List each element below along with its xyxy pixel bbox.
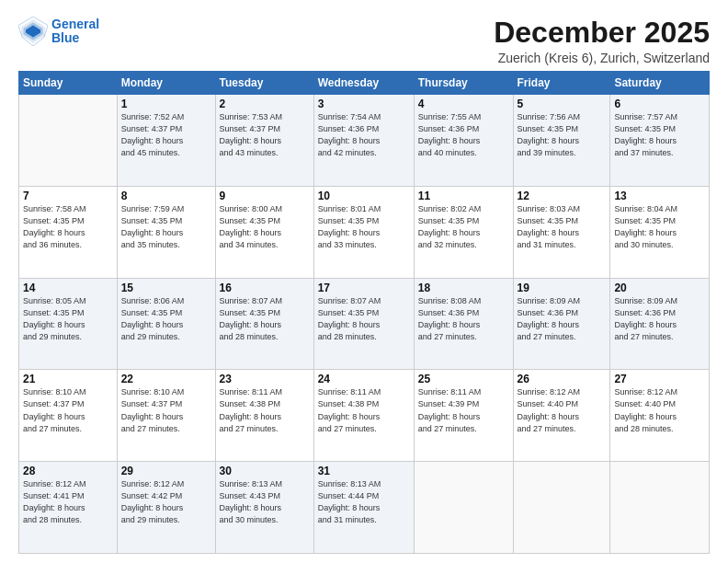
calendar-cell: 30Sunrise: 8:13 AMSunset: 4:43 PMDayligh…	[215, 462, 313, 554]
day-number: 13	[614, 190, 705, 202]
day-info: Sunrise: 8:04 AMSunset: 4:35 PMDaylight:…	[614, 203, 705, 251]
day-info: Sunrise: 7:52 AMSunset: 4:37 PMDaylight:…	[121, 111, 211, 159]
calendar-cell: 14Sunrise: 8:05 AMSunset: 4:35 PMDayligh…	[19, 278, 118, 370]
calendar-cell: 31Sunrise: 8:13 AMSunset: 4:44 PMDayligh…	[313, 462, 414, 554]
day-info: Sunrise: 8:11 AMSunset: 4:39 PMDaylight:…	[418, 386, 509, 434]
calendar-header-sunday: Sunday	[19, 72, 118, 95]
day-info: Sunrise: 8:12 AMSunset: 4:40 PMDaylight:…	[518, 386, 607, 434]
day-info: Sunrise: 8:08 AMSunset: 4:36 PMDaylight:…	[418, 295, 509, 343]
calendar-cell: 24Sunrise: 8:11 AMSunset: 4:38 PMDayligh…	[313, 370, 414, 462]
calendar-week-row: 7Sunrise: 7:58 AMSunset: 4:35 PMDaylight…	[19, 186, 710, 278]
day-number: 15	[121, 282, 211, 294]
calendar-cell	[610, 462, 710, 554]
day-number: 19	[518, 282, 607, 294]
day-number: 1	[121, 98, 211, 110]
day-info: Sunrise: 7:59 AMSunset: 4:35 PMDaylight:…	[121, 203, 211, 251]
subtitle: Zuerich (Kreis 6), Zurich, Switzerland	[494, 51, 710, 65]
day-info: Sunrise: 8:09 AMSunset: 4:36 PMDaylight:…	[518, 295, 607, 343]
logo-text: General Blue	[51, 17, 99, 46]
day-info: Sunrise: 8:01 AMSunset: 4:35 PMDaylight:…	[318, 203, 410, 251]
day-info: Sunrise: 8:12 AMSunset: 4:40 PMDaylight:…	[614, 386, 705, 434]
calendar-cell: 1Sunrise: 7:52 AMSunset: 4:37 PMDaylight…	[117, 95, 215, 187]
calendar-cell: 17Sunrise: 8:07 AMSunset: 4:35 PMDayligh…	[313, 278, 414, 370]
day-number: 27	[614, 373, 705, 385]
calendar-cell: 12Sunrise: 8:03 AMSunset: 4:35 PMDayligh…	[513, 186, 610, 278]
day-number: 3	[318, 98, 410, 110]
day-number: 17	[318, 282, 410, 294]
calendar-week-row: 1Sunrise: 7:52 AMSunset: 4:37 PMDaylight…	[19, 95, 710, 187]
calendar-cell: 16Sunrise: 8:07 AMSunset: 4:35 PMDayligh…	[215, 278, 313, 370]
calendar-cell: 4Sunrise: 7:55 AMSunset: 4:36 PMDaylight…	[414, 95, 513, 187]
day-number: 20	[614, 282, 705, 294]
day-info: Sunrise: 8:13 AMSunset: 4:44 PMDaylight:…	[318, 478, 410, 526]
calendar-cell: 23Sunrise: 8:11 AMSunset: 4:38 PMDayligh…	[215, 370, 313, 462]
day-number: 4	[418, 98, 509, 110]
logo-icon	[18, 17, 48, 46]
day-number: 30	[220, 465, 310, 477]
calendar-cell: 29Sunrise: 8:12 AMSunset: 4:42 PMDayligh…	[117, 462, 215, 554]
day-number: 6	[614, 98, 705, 110]
calendar-cell: 22Sunrise: 8:10 AMSunset: 4:37 PMDayligh…	[117, 370, 215, 462]
day-number: 2	[220, 98, 310, 110]
calendar-cell: 7Sunrise: 7:58 AMSunset: 4:35 PMDaylight…	[19, 186, 118, 278]
day-number: 10	[318, 190, 410, 202]
calendar-cell	[513, 462, 610, 554]
day-info: Sunrise: 8:02 AMSunset: 4:35 PMDaylight:…	[418, 203, 509, 251]
calendar-cell: 3Sunrise: 7:54 AMSunset: 4:36 PMDaylight…	[313, 95, 414, 187]
day-number: 9	[220, 190, 310, 202]
day-number: 11	[418, 190, 509, 202]
day-number: 22	[121, 373, 211, 385]
calendar-cell: 8Sunrise: 7:59 AMSunset: 4:35 PMDaylight…	[117, 186, 215, 278]
day-info: Sunrise: 8:11 AMSunset: 4:38 PMDaylight:…	[318, 386, 410, 434]
calendar-cell: 18Sunrise: 8:08 AMSunset: 4:36 PMDayligh…	[414, 278, 513, 370]
page: General Blue December 2025 Zuerich (Krei…	[0, 0, 728, 563]
calendar-cell: 19Sunrise: 8:09 AMSunset: 4:36 PMDayligh…	[513, 278, 610, 370]
day-info: Sunrise: 8:07 AMSunset: 4:35 PMDaylight:…	[318, 295, 410, 343]
day-info: Sunrise: 8:05 AMSunset: 4:35 PMDaylight:…	[23, 295, 113, 343]
day-number: 24	[318, 373, 410, 385]
day-number: 5	[518, 98, 607, 110]
day-info: Sunrise: 8:10 AMSunset: 4:37 PMDaylight:…	[23, 386, 113, 434]
calendar-table: SundayMondayTuesdayWednesdayThursdayFrid…	[18, 71, 710, 554]
calendar-header-row: SundayMondayTuesdayWednesdayThursdayFrid…	[19, 72, 710, 95]
day-info: Sunrise: 8:09 AMSunset: 4:36 PMDaylight:…	[614, 295, 705, 343]
day-info: Sunrise: 7:56 AMSunset: 4:35 PMDaylight:…	[518, 111, 607, 159]
day-info: Sunrise: 8:07 AMSunset: 4:35 PMDaylight:…	[220, 295, 310, 343]
calendar-week-row: 14Sunrise: 8:05 AMSunset: 4:35 PMDayligh…	[19, 278, 710, 370]
calendar-cell: 21Sunrise: 8:10 AMSunset: 4:37 PMDayligh…	[19, 370, 118, 462]
title-block: December 2025 Zuerich (Kreis 6), Zurich,…	[494, 17, 710, 65]
day-number: 14	[23, 282, 113, 294]
day-number: 18	[418, 282, 509, 294]
day-number: 7	[23, 190, 113, 202]
day-number: 23	[220, 373, 310, 385]
day-info: Sunrise: 8:06 AMSunset: 4:35 PMDaylight:…	[121, 295, 211, 343]
day-info: Sunrise: 8:10 AMSunset: 4:37 PMDaylight:…	[121, 386, 211, 434]
calendar-cell: 5Sunrise: 7:56 AMSunset: 4:35 PMDaylight…	[513, 95, 610, 187]
calendar-cell: 11Sunrise: 8:02 AMSunset: 4:35 PMDayligh…	[414, 186, 513, 278]
calendar-cell: 13Sunrise: 8:04 AMSunset: 4:35 PMDayligh…	[610, 186, 710, 278]
calendar-cell: 27Sunrise: 8:12 AMSunset: 4:40 PMDayligh…	[610, 370, 710, 462]
day-info: Sunrise: 7:54 AMSunset: 4:36 PMDaylight:…	[318, 111, 410, 159]
calendar-cell: 2Sunrise: 7:53 AMSunset: 4:37 PMDaylight…	[215, 95, 313, 187]
day-info: Sunrise: 7:53 AMSunset: 4:37 PMDaylight:…	[220, 111, 310, 159]
calendar-header-friday: Friday	[513, 72, 610, 95]
day-number: 29	[121, 465, 211, 477]
calendar-cell	[19, 95, 118, 187]
calendar-header-thursday: Thursday	[414, 72, 513, 95]
calendar-cell	[414, 462, 513, 554]
logo: General Blue	[18, 17, 99, 46]
calendar-cell: 25Sunrise: 8:11 AMSunset: 4:39 PMDayligh…	[414, 370, 513, 462]
day-number: 21	[23, 373, 113, 385]
main-title: December 2025	[494, 17, 710, 49]
calendar-header-monday: Monday	[117, 72, 215, 95]
calendar-cell: 28Sunrise: 8:12 AMSunset: 4:41 PMDayligh…	[19, 462, 118, 554]
calendar-week-row: 21Sunrise: 8:10 AMSunset: 4:37 PMDayligh…	[19, 370, 710, 462]
calendar-cell: 9Sunrise: 8:00 AMSunset: 4:35 PMDaylight…	[215, 186, 313, 278]
calendar-cell: 6Sunrise: 7:57 AMSunset: 4:35 PMDaylight…	[610, 95, 710, 187]
day-number: 26	[518, 373, 607, 385]
calendar-cell: 20Sunrise: 8:09 AMSunset: 4:36 PMDayligh…	[610, 278, 710, 370]
calendar-header-saturday: Saturday	[610, 72, 710, 95]
day-number: 8	[121, 190, 211, 202]
day-info: Sunrise: 8:13 AMSunset: 4:43 PMDaylight:…	[220, 478, 310, 526]
day-info: Sunrise: 7:58 AMSunset: 4:35 PMDaylight:…	[23, 203, 113, 251]
